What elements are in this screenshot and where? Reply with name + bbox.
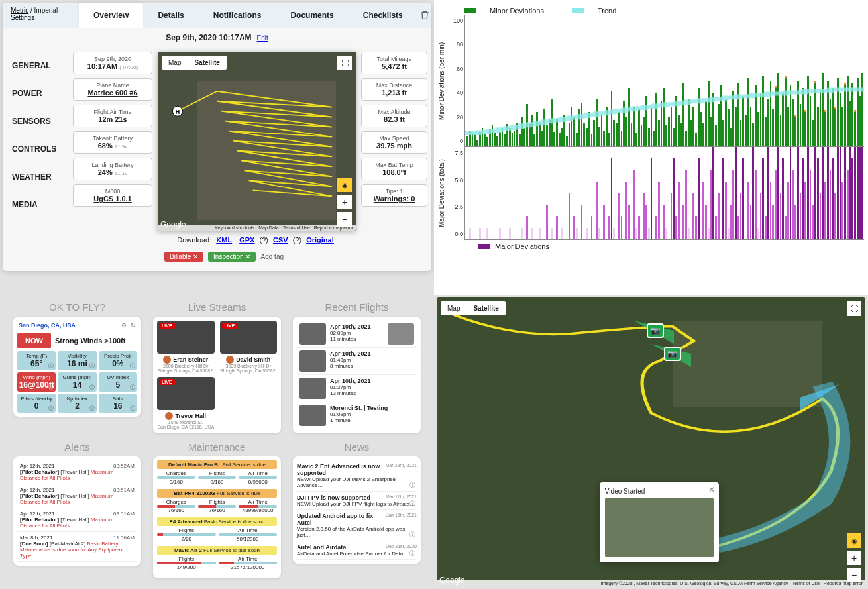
map-type-satellite[interactable]: Satellite [466, 301, 505, 315]
metric-tile[interactable]: Kp Index2ⓘ [58, 394, 96, 413]
news-item[interactable]: Mar 23rd, 2021Mavic 2 Ent Advanced is no… [297, 460, 417, 492]
left-stats: Sep 9th, 202010:17AM (-07:00)Plane NameM… [73, 52, 152, 264]
news-item[interactable]: Jan 15th, 2021Updated Android app to fix… [297, 510, 417, 541]
stream-item[interactable]: LIVEDavid Smith3609 Blueberry Hill DrShi… [220, 321, 278, 373]
timestamp: Sep 9th, 2020 10:17AMEdit [3, 28, 431, 48]
stat-box[interactable]: Total Mileage5,472 ft [361, 52, 427, 74]
pegman-icon[interactable]: ◉ [337, 178, 352, 192]
stat-box[interactable]: Plane NameMatrice 600 #6 [73, 78, 152, 101]
flight-item[interactable]: Morenci St. | Testing01:08pm1 minute [297, 402, 417, 429]
right-stats: Total Mileage5,472 ftMax Distance1,213 f… [361, 52, 427, 264]
map-type-map[interactable]: Map [441, 301, 466, 315]
metric-tile[interactable]: Temp (F)65°ⓘ [17, 351, 56, 370]
settings-link[interactable]: Settings [11, 14, 34, 21]
stat-box[interactable]: Max Altitude82.3 ft [361, 105, 427, 127]
camera-marker-icon[interactable]: 📷 [664, 347, 681, 361]
nav-controls[interactable]: CONTROLS [9, 135, 70, 163]
alert-item[interactable]: 08:51AMApr 12th, 2021[Pilot Behavior] [T… [17, 508, 137, 532]
stat-box[interactable]: Takeoff Battery68% 11.9v [73, 131, 152, 154]
deviations-chart: Minor Deviations Trend Minor Deviations … [434, 0, 868, 295]
nav-weather[interactable]: WEATHER [9, 163, 70, 191]
dl-kml[interactable]: KML [216, 236, 232, 244]
alert-item[interactable]: 11:06AMMar 8th, 2021[Due Soon] [Bat-Mavi… [17, 532, 137, 562]
stat-box[interactable]: M600UgCS 1.0.1 [73, 184, 152, 207]
svg-text:H: H [176, 109, 180, 115]
tab-notifications[interactable]: Notifications [199, 3, 276, 28]
alert-item[interactable]: 08:52AMApr 12th, 2021[Pilot Behavior] [T… [17, 460, 137, 484]
metric-tile[interactable]: UV Index5ⓘ [99, 372, 137, 392]
close-icon[interactable]: ✕ [708, 485, 715, 494]
stat-box[interactable]: Max Bat Temp108.0°f [361, 158, 427, 180]
metric-tile[interactable]: Precip Prob0%ⓘ [99, 351, 137, 370]
metric-tile[interactable]: Pilots Nearby0ⓘ [17, 394, 56, 413]
dl-gpx[interactable]: GPX [239, 236, 254, 244]
stat-box[interactable]: Max Distance1,213 ft [361, 78, 427, 101]
widget-news: News Mar 23rd, 2021Mavic 2 Ent Advanced … [293, 441, 421, 578]
tab-overview[interactable]: Overview [79, 3, 143, 28]
stat-box[interactable]: Landing Battery24% 11.1v [73, 158, 152, 180]
flight-item[interactable]: Apr 10th, 202101:27pm13 minutes [297, 375, 417, 402]
video-map[interactable]: Map Satellite H ⛶ 📷 📷 🎥 ✕ Video Started … [437, 297, 865, 586]
units-toggle: Metric / Imperial Settings [11, 7, 58, 21]
news-item[interactable]: Dec 21st, 2020Autel and AirdataAirData a… [297, 541, 417, 560]
nav-power[interactable]: POWER [9, 80, 70, 107]
metric-tile[interactable]: Gusts (mph)14ⓘ [58, 372, 96, 392]
nav-media[interactable]: MEDIA [9, 191, 70, 219]
tab-details[interactable]: Details [143, 3, 198, 28]
tabs: Overview Details Notifications Documents… [3, 3, 431, 28]
maint-item[interactable]: Bat-PH4-31002G Full Service is dueCharge… [157, 489, 277, 513]
add-tag[interactable]: Add tag [261, 253, 284, 260]
zoom-in[interactable]: + [337, 195, 352, 209]
metric-tile[interactable]: Visibility16 miⓘ [58, 351, 96, 370]
refresh-icon[interactable]: ↻ [131, 322, 136, 329]
flight-map[interactable]: H Map Satellite ⛶ ◉ + − Google [158, 52, 356, 231]
maint-item[interactable]: Mavic Air 2 Full Service is due soonFlig… [157, 546, 277, 570]
video-popup: ✕ Video Started [600, 482, 719, 562]
stat-box[interactable]: Flight Air Time12m 21s [73, 105, 152, 127]
fullscreen-icon[interactable]: ⛶ [847, 301, 861, 316]
svg-marker-9 [800, 384, 840, 411]
tab-documents[interactable]: Documents [276, 3, 348, 28]
tab-checklists[interactable]: Checklists [349, 3, 417, 28]
stat-box[interactable]: Tips: 1Warnings: 0 [361, 184, 427, 207]
downloads: Download: KML GPX (?) CSV (?) Original [158, 231, 356, 249]
dl-csv[interactable]: CSV [273, 236, 288, 244]
widget-recent: Recent Flights Apr 10th, 202102:09pm11 m… [293, 301, 421, 433]
stat-box[interactable]: Max Speed39.75 mph [361, 131, 427, 154]
tags: Billable ✕ Inspection ✕ Add tag [158, 249, 356, 264]
tag-billable[interactable]: Billable ✕ [164, 252, 203, 262]
metric-tile[interactable]: Wind (mph)16@100ftⓘ [17, 372, 56, 392]
metric-tile[interactable]: Sats16ⓘ [99, 394, 137, 413]
edit-link[interactable]: Edit [257, 34, 268, 42]
widget-maintenance: Maintenance Default Mavic Pro B.. Full S… [153, 441, 281, 578]
units-metric[interactable]: Metric [11, 7, 28, 14]
zoom-in[interactable]: + [847, 551, 861, 565]
news-item[interactable]: Mar 11th, 2021DJI FPV is now supportedNE… [297, 492, 417, 510]
stream-item[interactable]: LIVETrevor Hall1549 Morenci St.San Diego… [157, 377, 215, 429]
pegman-icon[interactable]: ◉ [847, 533, 861, 548]
nav-general[interactable]: GENERAL [9, 52, 70, 80]
tag-inspection[interactable]: Inspection ✕ [208, 252, 256, 262]
widget-okfly: OK TO FLY? San Diego, CA, USA⚙↻ NOWStron… [13, 301, 141, 433]
stream-item[interactable]: LIVEEran Steiner3600 Blueberry Hill DrSh… [157, 321, 215, 373]
widget-alerts: Alerts 08:52AMApr 12th, 2021[Pilot Behav… [13, 441, 141, 578]
flight-item[interactable]: Apr 10th, 202102:09pm11 minutes [297, 321, 417, 348]
widget-streams: Live Streams LIVEEran Steiner3600 Bluebe… [153, 301, 281, 433]
maint-item[interactable]: P4 Advanced Basic Service is due soonFli… [157, 517, 277, 542]
map-type-satellite[interactable]: Satellite [188, 56, 226, 70]
camera-marker-icon[interactable]: 📷 [647, 323, 664, 338]
gear-icon[interactable]: ⚙ [121, 322, 127, 329]
map-type-map[interactable]: Map [162, 56, 188, 70]
svg-rect-1 [197, 81, 336, 220]
dl-original[interactable]: Original [306, 236, 334, 244]
units-imperial[interactable]: Imperial [34, 7, 58, 14]
flight-item[interactable]: Apr 10th, 202101:43pm8 minutes [297, 348, 417, 375]
now-badge: NOW [17, 333, 51, 348]
alert-item[interactable]: 08:51AMApr 12th, 2021[Pilot Behavior] [T… [17, 484, 137, 508]
stat-box[interactable]: Sep 9th, 202010:17AM (-07:00) [73, 52, 152, 74]
fullscreen-icon[interactable]: ⛶ [337, 56, 352, 70]
video-thumbnail[interactable] [605, 498, 714, 557]
nav-sensors[interactable]: SENSORS [9, 107, 70, 135]
trash-icon[interactable] [417, 8, 432, 23]
maint-item[interactable]: Default Mavic Pro B.. Full Service is du… [157, 460, 277, 485]
